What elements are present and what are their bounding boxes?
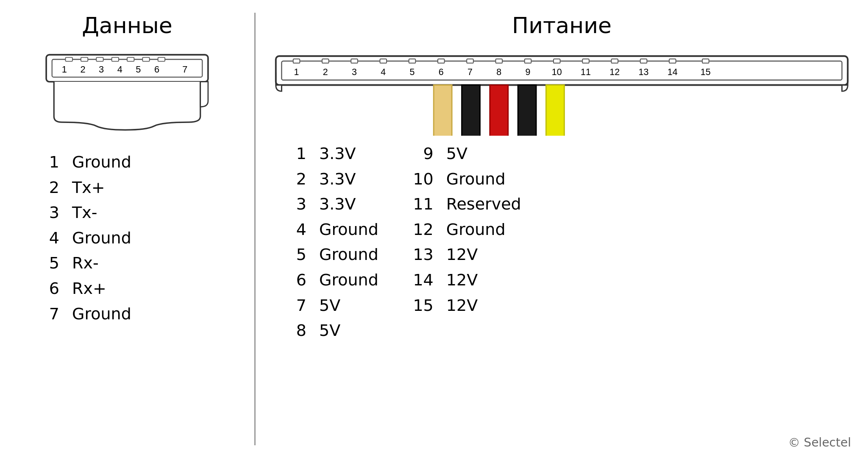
pin-label: Tx- [72,203,97,223]
svg-text:1: 1 [62,64,67,75]
pin-num: 1 [34,153,59,172]
svg-rect-5 [112,57,119,61]
svg-text:2: 2 [323,67,328,77]
pin-item: 7Ground [34,304,131,324]
svg-rect-29 [612,59,618,63]
pin-label: Rx+ [72,279,106,299]
pin-label: Ground [319,245,378,265]
pin-item: 1312V [404,245,521,265]
svg-text:14: 14 [668,67,678,77]
svg-rect-30 [640,59,647,63]
svg-text:4: 4 [381,67,386,77]
power-pin-area: 13.3V23.3V33.3V4Ground5Ground6Ground75V8… [273,140,851,346]
svg-text:10: 10 [552,67,562,77]
pin-num: 14 [404,271,434,290]
pin-item: 1Ground [34,153,131,172]
pin-item: 6Rx+ [34,279,131,299]
svg-rect-51 [518,85,536,136]
pin-label: 5V [319,296,340,316]
pin-label: 12V [446,245,478,265]
pin-label: Ground [446,220,506,240]
right-title: Питание [512,13,612,38]
pin-item: 10Ground [404,170,521,189]
svg-rect-8 [158,57,165,61]
pin-item: 75V [281,296,378,316]
svg-text:6: 6 [439,67,444,77]
svg-text:9: 9 [526,67,531,77]
svg-text:7: 7 [182,64,187,75]
pin-item: 4Ground [281,220,378,240]
pin-label: Ground [72,229,131,248]
pin-num: 7 [281,296,306,316]
pin-num: 7 [34,304,59,324]
pin-num: 4 [34,229,59,248]
data-pin-list: 1Ground2Tx+3Tx-4Ground5Rx-6Rx+7Ground [17,153,131,330]
svg-rect-25 [496,59,503,63]
svg-rect-49 [462,85,480,136]
pin-item: 95V [404,144,521,164]
svg-rect-27 [554,59,560,63]
pin-label: Ground [446,170,506,189]
power-pin-lists: 13.3V23.3V33.3V4Ground5Ground6Ground75V8… [273,144,851,346]
svg-text:13: 13 [639,67,649,77]
pin-item: 11Reserved [404,195,521,214]
svg-rect-32 [702,59,709,63]
svg-rect-7 [142,57,149,61]
svg-text:12: 12 [609,67,620,77]
copyright-text: © Selectel [788,436,851,450]
svg-text:5: 5 [136,64,141,75]
svg-text:3: 3 [352,67,357,77]
pin-item: 85V [281,321,378,341]
svg-rect-31 [669,59,676,63]
svg-rect-18 [293,59,300,63]
pin-item: 12Ground [404,220,521,240]
left-panel: Данные 1 2 3 4 5 [17,13,237,445]
pin-num: 2 [34,178,59,198]
svg-text:2: 2 [80,64,85,75]
svg-text:5: 5 [410,67,415,77]
pin-num: 5 [281,245,306,265]
pin-label: 3.3V [319,195,356,214]
svg-rect-19 [322,59,329,63]
svg-rect-6 [127,57,134,61]
pin-num: 4 [281,220,306,240]
panel-divider [254,13,256,445]
svg-text:1: 1 [294,67,299,77]
data-connector-diagram: 1 2 3 4 5 6 7 [34,51,220,136]
power-pin-col1: 13.3V23.3V33.3V4Ground5Ground6Ground75V8… [281,144,378,346]
pin-item: 1512V [404,296,521,316]
svg-text:3: 3 [99,64,104,75]
svg-rect-2 [66,57,72,61]
svg-rect-26 [525,59,531,63]
svg-rect-4 [96,57,103,61]
pin-num: 3 [281,195,306,214]
svg-rect-3 [81,57,88,61]
svg-rect-21 [380,59,387,63]
svg-text:6: 6 [154,64,159,75]
pin-item: 23.3V [281,170,378,189]
pin-item: 6Ground [281,271,378,290]
svg-text:4: 4 [117,64,122,75]
pin-num: 8 [281,321,306,341]
svg-rect-50 [490,85,508,136]
pin-num: 6 [281,271,306,290]
left-title: Данные [82,13,172,38]
pin-num: 13 [404,245,434,265]
pin-item: 3Tx- [34,203,131,223]
pin-label: Ground [72,304,131,324]
svg-rect-28 [582,59,589,63]
pin-label: 3.3V [319,170,356,189]
svg-rect-24 [467,59,473,63]
pin-item: 13.3V [281,144,378,164]
pin-label: Ground [72,153,131,172]
pin-num: 3 [34,203,59,223]
svg-rect-48 [434,85,452,136]
pin-label: Ground [319,220,378,240]
pin-num: 15 [404,296,434,316]
pin-num: 1 [281,144,306,164]
svg-rect-23 [438,59,445,63]
svg-text:7: 7 [467,67,473,77]
svg-text:11: 11 [581,67,591,77]
pin-label: Ground [319,271,378,290]
pin-item: 5Ground [281,245,378,265]
